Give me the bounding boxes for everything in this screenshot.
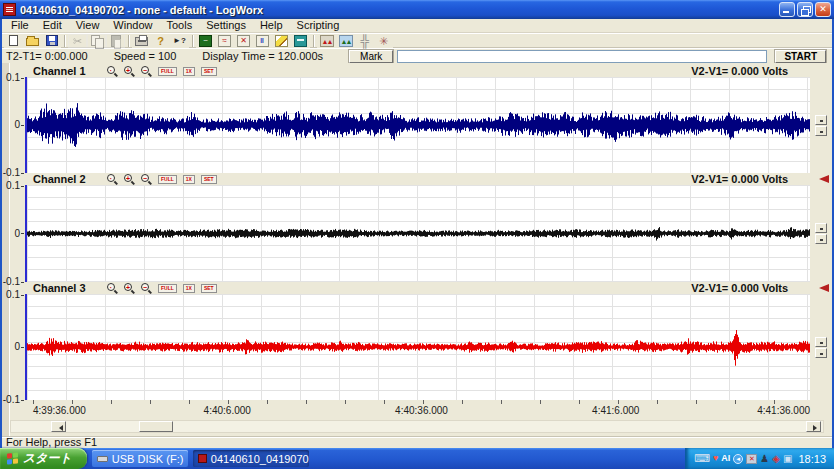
control-row: T2-T1= 0:00.000 Speed = 100 Display Time… [2, 48, 832, 63]
zoom-in-icon[interactable]: + [124, 174, 135, 185]
waveform-plot[interactable] [25, 185, 810, 282]
menu-view[interactable]: View [69, 19, 107, 32]
scroll-right-button[interactable] [806, 421, 821, 432]
zoom-out-icon[interactable]: − [141, 66, 152, 77]
channel-plot-row: 0.10-0.1 [2, 185, 832, 282]
full-scale-icon[interactable]: FULL [158, 284, 177, 293]
menu-edit[interactable]: Edit [36, 19, 69, 32]
paste-button [106, 34, 125, 48]
system-tray: 18:13 ⌨♥AI◄✕♟◈▣ [685, 448, 834, 469]
zoom-select-icon[interactable]: · [107, 283, 118, 294]
waveform-plot[interactable] [25, 77, 810, 173]
menu-window[interactable]: Window [106, 19, 159, 32]
y-label: 0.1 [6, 72, 24, 83]
ime-language-icon[interactable]: AI [721, 453, 730, 464]
archive-button[interactable] [291, 34, 310, 48]
mark-button[interactable]: Mark [349, 50, 393, 63]
horizontal-scrollbar[interactable] [10, 420, 824, 433]
scale-down-button[interactable] [815, 126, 827, 136]
minimize-button[interactable] [779, 2, 795, 17]
scale-up-button[interactable] [815, 223, 827, 233]
zoom-out-icon-sign: − [141, 174, 149, 182]
task-button[interactable]: 04140610_04190702 -... [193, 450, 309, 467]
hide-icons-button[interactable]: ◄ [733, 454, 743, 464]
scroll-thumb[interactable] [139, 421, 173, 432]
open-folder-icon [26, 38, 39, 46]
y-label: -0.1 [3, 394, 24, 405]
open-folder-button[interactable] [23, 34, 42, 48]
scale-1x-icon[interactable]: 1X [183, 67, 195, 76]
zoom-in-icon[interactable]: + [124, 283, 135, 294]
menu-help[interactable]: Help [253, 19, 290, 32]
new-document-button[interactable] [4, 34, 23, 48]
scatter-button[interactable]: ✳ [374, 34, 393, 48]
save-button[interactable] [42, 34, 61, 48]
help-button[interactable]: ? [151, 34, 170, 48]
graph-green-icon: ~ [199, 35, 212, 47]
title-bar: 04140610_04190702 - none - default - Log… [0, 0, 834, 19]
menu-settings[interactable]: Settings [199, 19, 253, 32]
new-document-icon [9, 35, 18, 46]
analyze-button[interactable]: ≈ [215, 34, 234, 48]
start-menu-button[interactable]: スタート [0, 448, 87, 469]
antivirus-icon[interactable]: ♥ [713, 453, 718, 464]
task-label: USB DISK (F:) [112, 453, 184, 465]
start-button[interactable]: START [775, 50, 826, 63]
time-axis-labels: 4:39:36.0004:40:6.0004:40:36.0004:41:6.0… [33, 404, 810, 418]
user-icon[interactable]: ♟ [760, 453, 769, 464]
full-scale-icon[interactable]: FULL [158, 175, 177, 184]
app-icon [3, 3, 16, 16]
waveform-canvas [27, 294, 810, 400]
peaks-red-button[interactable]: ▲▲ [317, 34, 336, 48]
scroll-left-button[interactable] [51, 421, 66, 432]
scale-spinner [810, 185, 832, 282]
zoom-select-icon[interactable]: · [107, 174, 118, 185]
network-offline-icon[interactable]: ✕ [746, 454, 757, 464]
security-icon[interactable]: ◈ [772, 453, 780, 464]
zoom-select-icon-sign: · [107, 66, 115, 74]
bars-button[interactable]: ‖ [253, 34, 272, 48]
close-button[interactable] [815, 2, 831, 17]
task-button[interactable]: USB DISK (F:) [92, 450, 188, 467]
waveform-plot[interactable] [25, 294, 810, 400]
window-title: 04140610_04190702 - none - default - Log… [20, 4, 263, 16]
y-label: 0.1 [6, 289, 24, 300]
help-icon: ? [157, 35, 164, 47]
zoom-out-icon[interactable]: − [141, 174, 152, 185]
channel-3: Channel 3·+−FULL1XSETV2-V1= 0.000 Volts0… [2, 282, 832, 400]
menu-scripting[interactable]: Scripting [290, 19, 347, 32]
zoom-select-icon[interactable]: · [107, 66, 118, 77]
channel-header: Channel 1·+−FULL1XSETV2-V1= 0.000 Volts [2, 65, 832, 77]
scale-down-button[interactable] [815, 234, 827, 244]
scale-up-button[interactable] [815, 337, 827, 347]
context-help-button[interactable]: ►? [170, 34, 189, 48]
graph-green-button[interactable]: ~ [196, 34, 215, 48]
scale-up-button[interactable] [815, 115, 827, 125]
display-icon[interactable]: ▣ [783, 453, 792, 464]
menu-bar: FileEditViewWindowToolsSettingsHelpScrip… [2, 19, 832, 33]
clock: 18:13 [798, 453, 826, 465]
menu-file[interactable]: File [4, 19, 36, 32]
zoom-out-icon[interactable]: − [141, 283, 152, 294]
edit-pencil-button[interactable] [272, 34, 291, 48]
screen: 04140610_04190702 - none - default - Log… [0, 0, 834, 469]
keyboard-icon[interactable]: ⌨ [694, 453, 710, 464]
start-label: スタート [23, 450, 72, 467]
peaks-green-button[interactable]: ▲▲ [336, 34, 355, 48]
print-button[interactable] [132, 34, 151, 48]
scale-1x-icon[interactable]: 1X [183, 175, 195, 184]
scale-down-button[interactable] [815, 348, 827, 358]
waveform-canvas [27, 77, 810, 173]
channels-container: Channel 1·+−FULL1XSETV2-V1= 0.000 Volts0… [2, 65, 832, 400]
mark-input[interactable] [397, 50, 767, 63]
scale-set-icon[interactable]: SET [201, 175, 217, 184]
zoom-in-icon[interactable]: + [124, 66, 135, 77]
lattice-button[interactable]: ╬ [355, 34, 374, 48]
scale-1x-icon[interactable]: 1X [183, 284, 195, 293]
restore-button[interactable] [797, 2, 813, 17]
full-scale-icon[interactable]: FULL [158, 67, 177, 76]
scale-set-icon[interactable]: SET [201, 284, 217, 293]
menu-tools[interactable]: Tools [159, 19, 199, 32]
scale-set-icon[interactable]: SET [201, 67, 217, 76]
fft-button[interactable]: ✕ [234, 34, 253, 48]
